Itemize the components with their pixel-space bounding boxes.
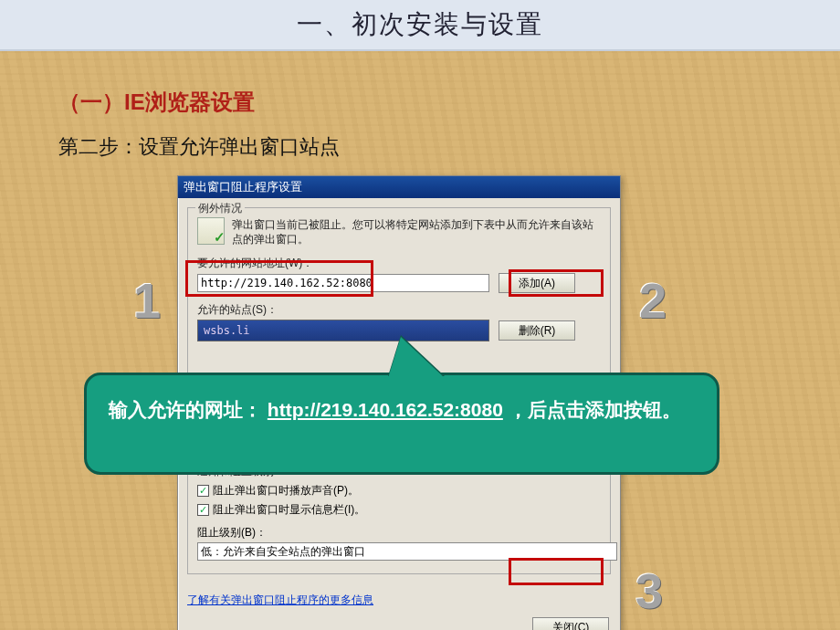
checkbox-infobar-row[interactable]: ✓ 阻止弹出窗口时显示信息栏(I)。: [197, 502, 601, 518]
callout-prefix: 输入允许的网址：: [109, 399, 268, 420]
checkbox-sound-label: 阻止弹出窗口时播放声音(P)。: [213, 483, 359, 499]
callout-suffix: ，后点击添加按钮。: [509, 399, 681, 420]
exceptions-legend: 例外情况: [195, 201, 245, 216]
slide-title: 一、初次安装与设置: [297, 7, 543, 42]
callout-url: http://219.140.162.52:8080: [268, 399, 503, 420]
callout-pointer-icon: [388, 337, 445, 378]
block-level-select[interactable]: [197, 542, 617, 561]
dialog-titlebar: 弹出窗口阻止程序设置: [178, 176, 620, 198]
address-label: 要允许的网站地址(W)：: [197, 256, 601, 271]
info-icon: [197, 217, 225, 245]
step-text: 第二步：设置允许弹出窗口站点: [58, 133, 782, 161]
instruction-callout: 输入允许的网址： http://219.140.162.52:8080 ，后点击…: [84, 373, 719, 475]
allowed-label: 允许的站点(S)：: [197, 302, 601, 318]
learn-more-link[interactable]: 了解有关弹出窗口阻止程序的更多信息: [178, 583, 383, 617]
slide-title-bar: 一、初次安装与设置: [0, 0, 840, 51]
remove-button[interactable]: 删除(R): [499, 320, 575, 341]
checkbox-infobar-label: 阻止弹出窗口时显示信息栏(I)。: [213, 502, 365, 518]
marker-number-2: 2: [639, 272, 667, 329]
marker-number-3: 3: [635, 562, 663, 619]
checkbox-sound-row[interactable]: ✓ 阻止弹出窗口时播放声音(P)。: [197, 483, 601, 499]
block-level-label: 阻止级别(B)：: [197, 525, 601, 541]
checkbox-icon: ✓: [197, 485, 209, 497]
close-button[interactable]: 关闭(C): [532, 617, 609, 630]
section-heading: （一）IE浏览器设置: [58, 88, 782, 117]
dialog-description: 弹出窗口当前已被阻止。您可以将特定网站添加到下表中从而允许来自该站点的弹出窗口。: [232, 217, 601, 247]
checkbox-icon: ✓: [197, 504, 209, 516]
add-button[interactable]: 添加(A): [499, 273, 575, 293]
allowed-sites-list[interactable]: wsbs.li: [197, 320, 489, 341]
marker-number-1: 1: [133, 272, 161, 329]
address-input[interactable]: [197, 274, 489, 292]
